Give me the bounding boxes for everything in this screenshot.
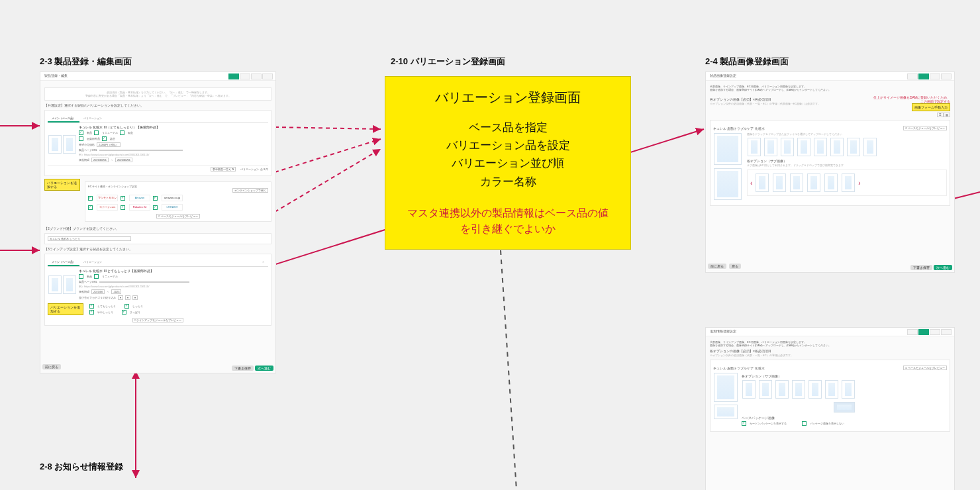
variant-panel-1: メイン（ベース品）バリエーション キュレル 化粧水 III（とてもしっとり）【医…	[44, 110, 271, 176]
mock-screen-2-4: 製品画像登録設定 代表画像、ラインアップ画像、EC用画像、バリエーション用画像を…	[705, 72, 955, 273]
next-button[interactable]: 次へ進む	[255, 366, 273, 371]
next-button[interactable]: 次へ進む	[934, 265, 952, 270]
draft-button[interactable]: 下書き保存	[232, 366, 254, 371]
back-button[interactable]: 前に戻る	[708, 264, 726, 269]
carousel-prev-icon[interactable]: ‹	[750, 179, 752, 187]
arrange-button[interactable]: 表示順並べ替え ⇅	[211, 167, 236, 172]
variant-tabs[interactable]: メイン（ベース品）バリエーション	[48, 115, 268, 123]
lineup-panel: メイン（ベース品）バリエーション✕ キュレル 化粧水 III とてもしっとり【医…	[44, 254, 271, 326]
annotation-question: マスタ連携以外の製品情報はベース品の値を引き継ぐでよいか	[399, 205, 617, 237]
annotation-title: バリエーション登録画面	[399, 89, 617, 107]
intro-panel: 必須項目（製品・基本情報）を入力してください。「次へ」進む で一時保存します。 …	[44, 87, 271, 101]
section-label-2-4: 2-4 製品画像登録画面	[705, 56, 789, 68]
image-grid-panel: キュレル 皮脂トラブルケア 化粧水□ ベースモジュールをプレビュー 画像をドラッ…	[710, 120, 950, 206]
section-title: 【共通設定】選択する製品のバリエーションを設定してください。	[44, 103, 271, 107]
diagram-canvas: 2-3 製品登録・編集画面 2-10 バリエーション登録画面 2-4 製品画像登…	[0, 0, 980, 490]
ec-open-button[interactable]: オンラインショップで開く	[232, 188, 268, 193]
section-label-2-3: 2-3 製品登録・編集画面	[40, 56, 132, 68]
mock-title: 製品登録・編集	[44, 74, 68, 77]
section-label-2-10: 2-10 バリエーション登録画面	[391, 56, 505, 68]
product-name: キュレル 化粧水 III（とてもしっとり）【医薬部外品】	[79, 125, 268, 129]
preview-button[interactable]: □ ベースモジュールをプレビュー	[156, 214, 200, 219]
image-carousel[interactable]: ‹ ›	[747, 170, 947, 196]
add-variation-button[interactable]: バリエーションを追加する	[44, 179, 80, 191]
brand-select-panel: キュレル 化粧水 しっとり	[44, 233, 271, 244]
mock-header: 製品登録・編集	[40, 72, 275, 81]
preview-button[interactable]: □ ベースモジュールをプレビュー	[903, 126, 947, 130]
section-label-2-8: 2-8 お知らせ情報登録	[40, 461, 123, 473]
svg-line-2	[275, 127, 381, 129]
mock-screen-extra: 追加情報登録設定 代表画像、ラインアップ画像、EC用画像、バリエーション用画像を…	[705, 327, 955, 490]
svg-line-7	[501, 250, 516, 490]
brand-select[interactable]: キュレル 化粧水 しっとり	[48, 236, 131, 241]
section-title-3: 【3ラインアップ設定】選択する製品を設定してください。	[44, 247, 271, 251]
image-form-note: 画像フォーム手動入力	[912, 103, 950, 111]
svg-line-6	[954, 192, 980, 199]
ec-link-panel: ECサイト連携・オンラインショップ設定 オンラインショップで開く マツモトキヨシ…	[85, 181, 271, 222]
annotation-card-2-10: バリエーション登録画面 ベース品を指定 バリエーション品を設定 バリエーション並…	[385, 76, 631, 250]
mock-screen-2-3: 製品登録・編集 必須項目（製品・基本情報）を入力してください。「次へ」進む で一…	[40, 72, 276, 373]
mock-title: 追加情報登録設定	[710, 329, 736, 333]
prev-button[interactable]: 戻る	[729, 264, 741, 269]
svg-line-3	[275, 139, 381, 172]
product-thumbs	[48, 134, 77, 155]
select-input[interactable]: ▾	[118, 295, 123, 300]
sub-image-thumb[interactable]	[714, 168, 742, 200]
preview-button[interactable]: □ ベースモジュールをプレビュー	[903, 366, 947, 370]
preview-button-2[interactable]: □ ラインアップモジュールをプレビュー	[132, 318, 184, 322]
close-icon[interactable]: ✕	[258, 259, 268, 266]
section-title-2: 【2ブランド共通】ブランドを設定してください。	[44, 226, 271, 230]
carousel-next-icon[interactable]: ›	[858, 179, 860, 187]
add-variation-button-2[interactable]: バリエーションを追加する	[48, 303, 83, 315]
draft-button[interactable]: 下書き保存	[910, 265, 932, 270]
back-button[interactable]: 前に戻る	[42, 364, 61, 369]
main-image-thumb[interactable]	[714, 133, 742, 165]
mock-title: 製品画像登録設定	[710, 74, 736, 77]
progress-stepper	[228, 74, 273, 79]
svg-line-4	[275, 149, 381, 212]
